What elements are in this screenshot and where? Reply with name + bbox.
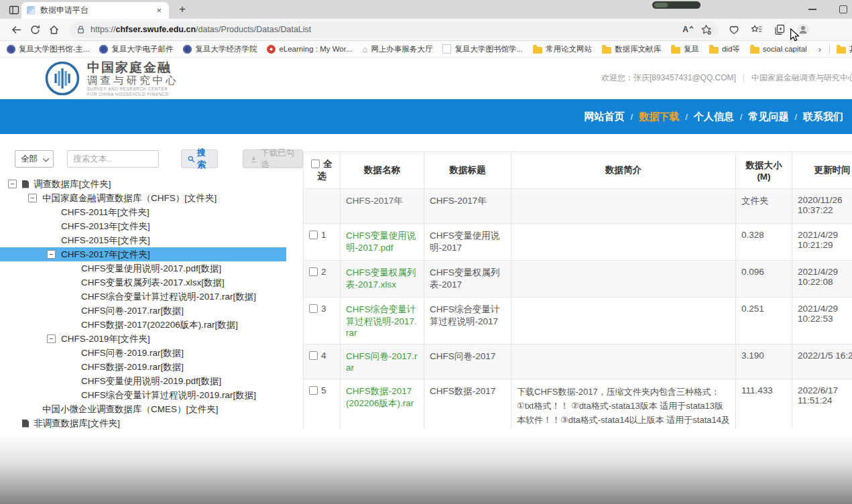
- data-size: 3.190: [736, 344, 792, 379]
- collapse-icon[interactable]: −: [8, 180, 17, 188]
- tree-item[interactable]: CHFS-2011年[文件夹]: [0, 205, 286, 219]
- row-checkbox[interactable]: [309, 386, 318, 395]
- nav-item-contact[interactable]: 联系我们: [797, 111, 849, 123]
- file-link[interactable]: CHFS数据-2017(202206版本).rar: [346, 386, 414, 408]
- tree-item[interactable]: CHFS变量权属列表-2017.xlsx[数据]: [0, 275, 286, 290]
- collapse-icon[interactable]: −: [28, 194, 37, 202]
- search-button[interactable]: 搜索: [181, 149, 218, 168]
- home-icon[interactable]: [44, 21, 63, 38]
- data-desc: [511, 298, 736, 344]
- select-all-header: 全选: [304, 152, 341, 189]
- column-header-title: 数据标题: [424, 152, 511, 189]
- row-checkbox[interactable]: [309, 267, 318, 276]
- refresh-icon[interactable]: [25, 21, 44, 38]
- welcome-text: 欢迎您：张庆[893457431@QQ.COM]: [594, 72, 743, 84]
- bookmark-item[interactable]: 复旦: [671, 44, 699, 54]
- file-link[interactable]: CHFS综合变量计算过程说明-2017.rar: [346, 304, 417, 338]
- bookmark-item[interactable]: ⌂网上办事服务大厅: [363, 44, 433, 54]
- bookmark-item[interactable]: 数据库文献库: [602, 44, 661, 54]
- nav-item-personal-info[interactable]: 个人信息: [688, 111, 740, 123]
- file-link[interactable]: CHFS问卷-2017.rar: [346, 351, 418, 373]
- row-checkbox[interactable]: [309, 304, 318, 313]
- bookmarks-overflow-icon[interactable]: ›: [817, 44, 823, 54]
- row-checkbox[interactable]: [309, 351, 318, 360]
- bookmark-item[interactable]: did等: [709, 44, 740, 54]
- tree-item[interactable]: CHFS数据-2017(202206版本).rar[数据]: [0, 318, 286, 332]
- tab-title: 数据申请平台: [40, 5, 150, 16]
- nav-item-data-download[interactable]: 数据下载: [633, 111, 685, 123]
- tree-item[interactable]: CHFS变量使用说明-2019.pdf[数据]: [0, 374, 286, 388]
- tab-close-icon[interactable]: ×: [154, 5, 164, 15]
- document-icon: [22, 420, 29, 428]
- tree-item[interactable]: CHFS问卷-2017.rar[数据]: [0, 304, 286, 318]
- data-title: CHFS数据-2017: [424, 379, 511, 430]
- seal-icon: [7, 45, 15, 54]
- vertical-tabs-icon[interactable]: [7, 3, 21, 16]
- tree-item[interactable]: −调查数据库[文件夹]: [0, 177, 286, 191]
- tree-item[interactable]: CHFS数据-2019.rar[数据]: [0, 360, 286, 374]
- table-row: 3 CHFS综合变量计算过程说明-2017.rar CHFS综合变量计算过程说明…: [304, 298, 852, 344]
- bookmark-item[interactable]: eLearning : My Wor...: [267, 45, 352, 54]
- bookmark-item[interactable]: 复旦大学经济学院: [183, 44, 257, 54]
- data-size: 111.433: [736, 379, 792, 430]
- row-checkbox[interactable]: [309, 231, 318, 239]
- download-selected-button[interactable]: 下载已勾选: [243, 149, 303, 168]
- window-restore-button[interactable]: [839, 5, 847, 13]
- favorites-icon[interactable]: [751, 23, 763, 36]
- chfs-logo[interactable]: 中国家庭金融 调查与研究中心 SURVEY AND RESEARCH CENTE…: [44, 60, 179, 97]
- tree-item[interactable]: CHFS-2015年[文件夹]: [0, 233, 286, 247]
- data-time: 2020/11/26 10:37:22: [792, 189, 852, 224]
- bookmarks-bar: 复旦大学图书馆-主... 复旦大学电子邮件 复旦大学经济学院 eLearning…: [0, 41, 852, 58]
- data-title: CHFS变量权属列表-2017: [424, 261, 511, 298]
- search-input[interactable]: [67, 150, 159, 168]
- filter-select[interactable]: 全部: [15, 150, 54, 168]
- browser-window: 数据申请平台 × + https://chfser.swufe.edu.cn/d…: [0, 0, 852, 504]
- data-size: 0.251: [736, 298, 792, 344]
- tree-item[interactable]: CHFS问卷-2019.rar[数据]: [0, 346, 286, 360]
- tree-item[interactable]: CHFS综合变量计算过程说明-2019.rar[数据]: [0, 388, 286, 402]
- data-table: 全选 数据名称 数据标题 数据简介 数据大小(M) 更新时间 CHFS-2017…: [303, 151, 852, 429]
- tree-item[interactable]: CHFS综合变量计算过程说明-2017.rar[数据]: [0, 290, 286, 304]
- bookmark-item[interactable]: 其他: [837, 44, 852, 54]
- lock-icon[interactable]: [76, 25, 85, 34]
- data-title: CHFS综合变量计算过程说明-2017: [424, 298, 511, 344]
- bookmark-item[interactable]: 常用论文网站: [533, 44, 592, 54]
- tree-item[interactable]: CHFS变量使用说明-2017.pdf[数据]: [0, 261, 286, 275]
- bottom-fade: [0, 434, 852, 504]
- recording-indicator: [652, 1, 701, 9]
- data-time: 2022/1/5 16:2: [792, 344, 852, 379]
- nav-item-home[interactable]: 网站首页: [579, 111, 631, 123]
- bookmark-item[interactable]: 复旦大学图书馆-主...: [7, 44, 89, 54]
- tree-item[interactable]: 非调查数据库[文件夹]: [0, 416, 286, 430]
- read-aloud-icon[interactable]: A: [682, 25, 694, 34]
- bookmark-item[interactable]: 复旦大学图书馆学...: [442, 44, 523, 54]
- nav-item-faq[interactable]: 常见问题: [742, 111, 794, 123]
- table-row: 4 CHFS问卷-2017.rar CHFS问卷-2017 3.190 2022…: [304, 344, 852, 379]
- tree-item[interactable]: −CHFS-2019年[文件夹]: [0, 332, 286, 346]
- tab-favicon: [27, 6, 36, 15]
- new-tab-button[interactable]: +: [176, 3, 189, 17]
- tree-item[interactable]: −中国家庭金融调查数据库（CHFS）[文件夹]: [0, 191, 286, 205]
- tree-item[interactable]: 中国小微企业调查数据库（CMES）[文件夹]: [0, 402, 286, 416]
- back-icon[interactable]: [7, 21, 25, 38]
- tree-item[interactable]: CHFS-2013年[文件夹]: [0, 219, 286, 233]
- tree-item-selected[interactable]: −CHFS-2017年[文件夹]: [0, 247, 286, 261]
- sidebar: 全部 搜索 下载已勾选 −调查数据库[文件夹] −中国家庭金融调查数据库（CHF…: [0, 134, 303, 434]
- browser-tab[interactable]: 数据申请平台 ×: [21, 2, 169, 19]
- add-favorite-icon[interactable]: [701, 24, 712, 36]
- bookmark-item[interactable]: social capital: [750, 45, 807, 54]
- bookmark-item[interactable]: 复旦大学电子邮件: [99, 44, 173, 54]
- select-all-checkbox[interactable]: [311, 160, 320, 168]
- address-bar[interactable]: https://chfser.swufe.edu.cn/datas/Produc…: [70, 21, 719, 38]
- org-link[interactable]: 中国家庭金融调查与研究中心: [744, 72, 852, 84]
- window-minimize-button[interactable]: [808, 9, 816, 10]
- file-link[interactable]: CHFS变量权属列表-2017.xlsx: [346, 267, 416, 290]
- data-size: 0.328: [736, 224, 792, 261]
- file-link[interactable]: CHFS变量使用说明-2017.pdf: [346, 231, 416, 253]
- collections-icon[interactable]: [774, 23, 786, 36]
- divider: [829, 44, 830, 54]
- collapse-icon[interactable]: −: [47, 250, 56, 259]
- collapse-icon[interactable]: −: [47, 334, 56, 343]
- data-size: 文件夹: [736, 189, 792, 224]
- browser-essentials-icon[interactable]: [728, 23, 740, 36]
